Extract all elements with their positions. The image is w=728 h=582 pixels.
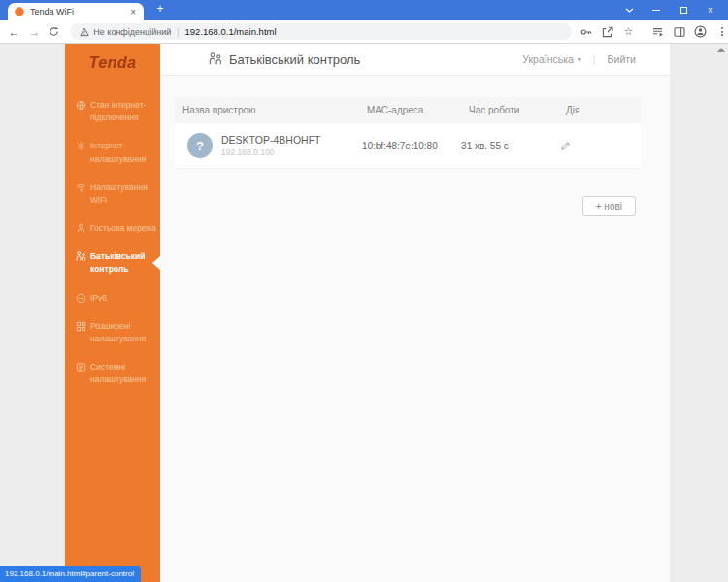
- device-name: DESKTOP-4BHOHFT: [221, 134, 321, 146]
- device-name-group: DESKTOP-4BHOHFT 192.168.0.100: [221, 134, 321, 157]
- tenda-favicon-icon: [15, 7, 24, 16]
- header-right: Українська ▾ | Вийти: [522, 53, 636, 65]
- mac-address: 10:bf:48:7e:10:80: [354, 141, 453, 151]
- device-avatar: ?: [187, 133, 213, 158]
- sidebar-item-ipv6[interactable]: IPv6: [65, 284, 160, 312]
- new-tab-button[interactable]: +: [152, 2, 168, 17]
- main-content: Батьківський контроль Українська ▾ | Вий…: [160, 44, 670, 582]
- tab-close-icon[interactable]: ×: [128, 7, 138, 17]
- language-label: Українська: [522, 53, 574, 65]
- sidebar-item-label: IPv6: [90, 292, 107, 305]
- bookmark-star-icon[interactable]: ☆: [622, 26, 635, 37]
- browser-menu-icon[interactable]: [715, 27, 728, 36]
- sidebar-item-internet-status[interactable]: Стан інтернет-підключення: [65, 91, 160, 132]
- not-secure-label: Не конфіденційний: [93, 27, 171, 37]
- devices-table: Назва пристрою МАС-адреса Час роботи Дія…: [175, 97, 641, 216]
- tab-title: Tenda WiFi: [30, 7, 128, 16]
- gear-icon: [76, 141, 90, 165]
- window-controls: ×: [615, 0, 724, 20]
- family-icon: [76, 251, 90, 275]
- back-button[interactable]: ←: [4, 25, 24, 39]
- toolbar-actions: ☆: [579, 25, 728, 38]
- add-row: + нові: [175, 196, 641, 216]
- column-uptime: Час роботи: [461, 105, 558, 115]
- window-minimize-button[interactable]: [643, 0, 670, 20]
- device-ip: 192.168.0.100: [221, 147, 321, 157]
- share-icon[interactable]: [601, 26, 613, 38]
- profile-avatar-icon[interactable]: [694, 25, 707, 38]
- chevron-down-icon: ▾: [578, 55, 581, 64]
- sidebar-item-label: Розширені налаштування: [90, 320, 156, 345]
- sidebar-item-label: Стан інтернет-підключення: [90, 99, 156, 124]
- table-row: ? DESKTOP-4BHOHFT 192.168.0.100 10:bf:48…: [175, 123, 641, 169]
- page-viewport: Tenda Стан інтернет-підключення Інтернет…: [0, 44, 728, 582]
- tenda-logo: Tenda: [65, 54, 160, 72]
- globe-icon: [76, 100, 90, 124]
- sidebar-item-guest-network[interactable]: Гостьова мережа: [65, 214, 160, 242]
- sidebar-item-system-settings[interactable]: Системні налаштування: [65, 353, 160, 394]
- reading-list-icon[interactable]: [651, 26, 664, 38]
- sidebar: Tenda Стан інтернет-підключення Інтернет…: [65, 44, 160, 582]
- address-bar[interactable]: Не конфіденційний | 192.168.0.1/main.htm…: [70, 23, 572, 40]
- browser-tab[interactable]: Tenda WiFi ×: [8, 3, 144, 20]
- sidebar-item-label: Системні налаштування: [90, 361, 156, 386]
- sidebar-item-internet-settings[interactable]: Інтернет-налаштування: [65, 132, 160, 173]
- header-divider: |: [593, 53, 596, 65]
- window-maximize-button[interactable]: [670, 0, 697, 20]
- parental-control-icon: [209, 52, 222, 66]
- browser-toolbar: ← → Не конфіденційний | 192.168.0.1/main…: [0, 20, 728, 44]
- sidebar-item-wifi-settings[interactable]: Налаштування WiFi: [65, 174, 160, 214]
- forward-button[interactable]: →: [24, 25, 45, 39]
- content-header: Батьківський контроль Українська ▾ | Вий…: [160, 44, 670, 76]
- column-action: Дія: [558, 105, 641, 115]
- window-chevron-icon[interactable]: [615, 0, 643, 20]
- add-device-button[interactable]: + нові: [582, 196, 636, 216]
- language-selector[interactable]: Українська ▾: [522, 53, 581, 65]
- sidebar-item-label: Інтернет-налаштування: [90, 140, 156, 165]
- logout-button[interactable]: Вийти: [608, 53, 636, 65]
- warning-triangle-icon: [80, 27, 89, 37]
- sidebar-item-label: Налаштування WiFi: [90, 181, 156, 207]
- system-icon: [76, 362, 90, 386]
- sidebar-item-label: Гостьова мережа: [90, 222, 156, 235]
- scroll-up-icon[interactable]: [717, 48, 725, 52]
- sidebar-item-label: Батьківський контроль: [90, 250, 156, 275]
- scrollbar[interactable]: [714, 44, 728, 582]
- device-cell: ? DESKTOP-4BHOHFT 192.168.0.100: [175, 133, 354, 158]
- ipv6-icon: [76, 293, 90, 305]
- side-panel-icon[interactable]: [673, 26, 685, 38]
- address-divider: |: [177, 27, 179, 37]
- reload-button[interactable]: [45, 26, 65, 37]
- column-device-name: Назва пристрою: [175, 105, 359, 115]
- password-key-icon[interactable]: [579, 26, 592, 38]
- page-title: Батьківський контроль: [229, 52, 360, 67]
- status-bar-url: 192.168.0.1/main.html#parent-control: [0, 566, 141, 582]
- sidebar-menu: Стан інтернет-підключення Інтернет-налаш…: [65, 91, 160, 394]
- grid-icon: [76, 321, 90, 345]
- edit-pencil-icon[interactable]: [560, 141, 641, 151]
- table-header-row: Назва пристрою МАС-адреса Час роботи Дія: [175, 97, 641, 123]
- not-secure-warning[interactable]: Не конфіденційний: [80, 27, 171, 37]
- browser-titlebar: Tenda WiFi × + ×: [0, 0, 728, 20]
- url-text[interactable]: 192.168.0.1/main.html: [185, 26, 277, 37]
- sidebar-item-advanced-settings[interactable]: Розширені налаштування: [65, 312, 160, 353]
- wifi-icon: [76, 182, 90, 207]
- uptime: 31 хв. 55 с: [453, 141, 547, 151]
- window-close-button[interactable]: ×: [697, 0, 724, 20]
- sidebar-item-parental-control[interactable]: Батьківський контроль: [65, 242, 160, 283]
- page-title-group: Батьківський контроль: [209, 52, 360, 67]
- guest-icon: [76, 223, 90, 235]
- column-mac-address: МАС-адреса: [359, 105, 461, 115]
